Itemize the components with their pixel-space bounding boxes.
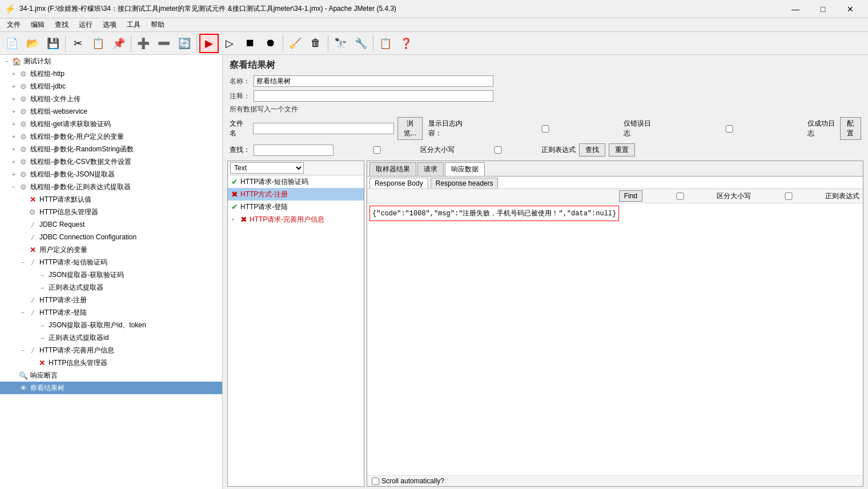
tree-item-json-token[interactable]: → JSON提取器-获取用户id、token xyxy=(0,319,222,331)
search-input[interactable] xyxy=(254,145,333,156)
toolbar-run[interactable]: ▶ xyxy=(199,34,219,53)
file-label: 文件名 xyxy=(230,119,250,138)
toolbar-templates[interactable]: 📋 xyxy=(376,34,395,53)
only-success-checkbox[interactable] xyxy=(656,125,803,133)
regex-extract-icon: → xyxy=(37,282,47,292)
toolbar-clear-all[interactable]: 🗑 xyxy=(306,34,326,53)
tree-item-http-login[interactable]: − / HTTP请求-登陆 xyxy=(0,306,222,319)
expand-icon-get: + xyxy=(9,121,18,127)
tree-label-http-login: HTTP请求-登陆 xyxy=(39,308,87,318)
jdbc-conn-icon: / xyxy=(27,232,38,242)
scroll-auto-checkbox[interactable] xyxy=(372,478,379,485)
only-error-checkbox[interactable] xyxy=(472,125,619,133)
tree-item-http-register[interactable]: / HTTP请求-注册 xyxy=(0,294,222,306)
menu-file[interactable]: 文件 xyxy=(2,19,25,31)
toolbar-shutdown[interactable]: ⏺ xyxy=(261,34,280,53)
toolbar-remote[interactable]: 🔧 xyxy=(351,34,371,53)
tree-item-regex-id[interactable]: → 正则表达式提取器id xyxy=(0,331,222,344)
expand-icon-jdbc: + xyxy=(9,83,18,90)
menu-tools[interactable]: 工具 xyxy=(122,19,145,31)
toolbar-run-no-pause[interactable]: ▷ xyxy=(220,34,239,53)
tab-sampler-result[interactable]: 取样器结果 xyxy=(369,162,416,176)
toolbar-open[interactable]: 📂 xyxy=(23,34,42,53)
search-options: 区分大小写 正则表达式 xyxy=(337,145,576,155)
tree-item-jdbc-conn[interactable]: / JDBC Connection Configuration xyxy=(0,231,222,243)
toolbar-toggle[interactable]: 🔄 xyxy=(175,34,194,53)
group-upload-icon: ⚙ xyxy=(18,94,29,104)
tree-item-group-regex[interactable]: − ⚙ 线程组-参数化-正则表达式提取器 xyxy=(0,181,222,193)
case-sensitive-label: 区分大小写 xyxy=(420,145,455,155)
result-tree-icon: 👁 xyxy=(18,383,29,393)
sub-tab-response-headers[interactable]: Response headers xyxy=(431,178,499,189)
find-button[interactable]: 查找 xyxy=(579,143,605,157)
toolbar-paste[interactable]: 📌 xyxy=(109,34,128,53)
format-select[interactable]: Text RegExp Tester CSS/JQuery Tester XPa… xyxy=(230,162,304,174)
tree-label-group-csv: 线程组-参数化-CSV数据文件设置 xyxy=(30,157,131,167)
detail-regex-checkbox[interactable] xyxy=(754,193,823,200)
tree-item-result-tree[interactable]: 👁 察看结果树 xyxy=(0,382,222,394)
tree-item-group-jdbc[interactable]: + ⚙ 线程组-jdbc xyxy=(0,80,222,93)
expand-icon-regex: − xyxy=(9,184,18,190)
tree-item-group-csv[interactable]: + ⚙ 线程组-参数化-CSV数据文件设置 xyxy=(0,155,222,168)
result-item-sms[interactable]: ✔ HTTP请求-短信验证码 xyxy=(228,175,364,188)
find-detail-button[interactable]: Find xyxy=(619,190,642,202)
tree-label-group-get: 线程组-get请求获取验证码 xyxy=(30,119,111,129)
toolbar-help[interactable]: ❓ xyxy=(396,34,416,53)
result-item-reg[interactable]: ✖ HTTP方式-注册 xyxy=(228,188,364,201)
comment-row: 注释： xyxy=(223,89,868,103)
regex-id-icon: → xyxy=(37,332,47,343)
name-input[interactable] xyxy=(254,75,493,87)
toolbar-copy[interactable]: 📋 xyxy=(89,34,108,53)
menu-run[interactable]: 运行 xyxy=(74,19,97,31)
tree-item-jdbc-req[interactable]: / JDBC Request xyxy=(0,218,222,231)
tree-item-group-var[interactable]: + ⚙ 线程组-参数化-用户定义的变量 xyxy=(0,130,222,143)
case-sensitive-checkbox[interactable] xyxy=(337,146,417,154)
maximize-button[interactable]: □ xyxy=(810,1,836,17)
tree-item-regex-extract[interactable]: → 正则表达式提取器 xyxy=(0,281,222,294)
result-item-login[interactable]: ✔ HTTP请求-登陆 xyxy=(228,201,364,213)
tree-label-http-header: HTTP信息头管理器 xyxy=(39,207,98,217)
tree-item-group-webservice[interactable]: + ⚙ 线程组-webservice xyxy=(0,105,222,118)
minimize-button[interactable]: — xyxy=(782,1,809,17)
sub-tab-response-body[interactable]: Response Body xyxy=(369,178,428,189)
toolbar-save[interactable]: 💾 xyxy=(43,34,63,53)
tree-item-http-complete[interactable]: − / HTTP请求-完善用户信息 xyxy=(0,344,222,356)
regex-search-checkbox[interactable] xyxy=(458,146,538,154)
tree-item-group-upload[interactable]: + ⚙ 线程组-文件上传 xyxy=(0,93,222,105)
tree-item-plan[interactable]: − 🏠 测试计划 xyxy=(0,55,222,67)
result-item-complete[interactable]: + ✖ HTTP请求-完善用户信息 xyxy=(228,213,364,226)
close-button[interactable]: ✕ xyxy=(837,1,863,17)
menu-find[interactable]: 查找 xyxy=(50,19,73,31)
tree-item-response-assert[interactable]: 🔍 响应断言 xyxy=(0,369,222,382)
tab-response-data[interactable]: 响应数据 xyxy=(445,162,485,176)
tree-item-group-get[interactable]: + ⚙ 线程组-get请求获取验证码 xyxy=(0,118,222,130)
comment-input[interactable] xyxy=(254,90,493,102)
config-button[interactable]: 配置 xyxy=(840,117,861,140)
tree-item-user-var[interactable]: ✕ 用户定义的变量 xyxy=(0,243,222,256)
tree-item-group-random[interactable]: + ⚙ 线程组-参数化-RandomString函数 xyxy=(0,143,222,155)
browse-button[interactable]: 浏览... xyxy=(397,117,423,140)
tree-item-http-header[interactable]: ⚙ HTTP信息头管理器 xyxy=(0,206,222,218)
file-input[interactable] xyxy=(253,123,394,134)
tree-item-group-json[interactable]: + ⚙ 线程组-参数化-JSON提取器 xyxy=(0,168,222,181)
detail-case-checkbox[interactable] xyxy=(646,193,714,200)
menu-edit[interactable]: 编辑 xyxy=(26,19,49,31)
toolbar-new[interactable]: 📄 xyxy=(2,34,22,53)
toolbar-stop[interactable]: ⏹ xyxy=(240,34,260,53)
toolbar-collapse[interactable]: ➖ xyxy=(154,34,174,53)
toolbar-search[interactable]: 🔭 xyxy=(331,34,350,53)
menu-help[interactable]: 帮助 xyxy=(146,19,169,31)
tree-item-json-extract[interactable]: → JSON提取器-获取验证码 xyxy=(0,268,222,281)
reset-button[interactable]: 重置 xyxy=(609,143,635,157)
menu-options[interactable]: 选项 xyxy=(98,19,121,31)
tree-item-group-http[interactable]: + ⚙ 线程组-http xyxy=(0,67,222,80)
tree-item-http-header2[interactable]: ✕ HTTP信息头管理器 xyxy=(0,356,222,369)
toolbar-cut[interactable]: ✂ xyxy=(68,34,87,53)
tree-item-http-default[interactable]: ✕ HTTP请求默认值 xyxy=(0,193,222,206)
toolbar-clear[interactable]: 🧹 xyxy=(286,34,305,53)
result-label-reg: HTTP方式-注册 xyxy=(240,190,288,199)
tree-item-http-sms[interactable]: − / HTTP请求-短信验证码 xyxy=(0,256,222,268)
toolbar-expand[interactable]: ➕ xyxy=(134,34,153,53)
search-row: 查找： 区分大小写 正则表达式 查找 重置 xyxy=(223,142,868,158)
tab-request[interactable]: 请求 xyxy=(417,162,444,176)
